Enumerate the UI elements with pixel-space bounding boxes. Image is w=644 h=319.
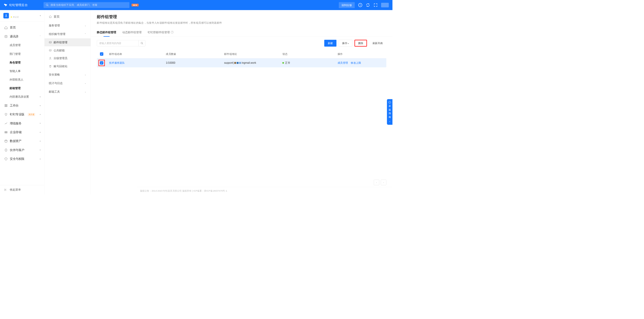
chevron-down-icon: ▾: [40, 104, 41, 107]
svg-rect-4: [6, 104, 7, 105]
delete-button[interactable]: 删除: [354, 40, 367, 47]
global-search-input[interactable]: [51, 4, 127, 7]
global-search[interactable]: [44, 2, 129, 8]
nav-member-mgmt[interactable]: 成员管理: [0, 41, 44, 50]
tab-static[interactable]: 静态邮件组管理: [97, 30, 116, 37]
refresh-button[interactable]: 刷新列表: [369, 40, 386, 46]
s2-security-policy[interactable]: 安全策略 ⌄: [45, 70, 91, 79]
chevron-down-icon: ▾: [40, 96, 41, 98]
help-icon[interactable]: ?: [358, 3, 363, 7]
chart-icon: [4, 122, 8, 125]
chevron-down-icon: ▾: [40, 158, 41, 160]
status-dot-icon: [283, 62, 284, 64]
s2-label: 首页: [54, 15, 59, 19]
fullscreen-icon[interactable]: [373, 3, 378, 7]
page-title: 邮件组管理: [97, 14, 386, 19]
chevron-down-icon: ⌄: [85, 74, 86, 76]
refresh-icon[interactable]: [366, 3, 370, 7]
svg-rect-2: [5, 36, 7, 38]
org-name: [11, 13, 38, 16]
s2-label: 安全策略: [49, 73, 60, 77]
org-selector[interactable]: 未认证 ▾: [0, 10, 44, 21]
nav-value-added[interactable]: 增值服务 ▾: [0, 119, 44, 128]
nav-smart-hr[interactable]: 智能人事: [0, 67, 44, 75]
nav-contacts[interactable]: 通讯录 ˄: [0, 32, 44, 41]
s2-label: 统计与日志: [49, 81, 63, 85]
operate-dropdown[interactable]: 操作▾: [339, 40, 352, 47]
query-box: [97, 40, 145, 46]
row-count: 1/10000: [166, 61, 224, 64]
storage-icon: [4, 131, 8, 134]
org-avatar-icon: [3, 13, 9, 18]
close-icon[interactable]: ×: [389, 120, 390, 123]
query-input[interactable]: [97, 40, 139, 46]
pager-next[interactable]: ›: [381, 180, 386, 185]
nav-storage[interactable]: 企业存储 ▾: [0, 128, 44, 137]
nav-external-contacts[interactable]: 外部联系人: [0, 75, 44, 84]
s2-label: 账号回收站: [54, 64, 67, 68]
chevron-down-icon: ▾: [348, 43, 349, 44]
tab-dingtalk-group[interactable]: 钉钉群邮件组管理 ?: [148, 30, 173, 37]
svg-rect-3: [5, 104, 6, 105]
back-to-old[interactable]: 回到旧版: [339, 2, 355, 8]
nav-dept-mgmt[interactable]: 部门管理: [0, 50, 44, 58]
s2-public-mailbox[interactable]: 公共邮箱: [45, 46, 91, 54]
nav-pro[interactable]: 钉钉专业版 未开通 ▾: [0, 110, 44, 119]
org-status: 未认证: [11, 16, 38, 18]
s2-mail-tools[interactable]: 邮箱工具 ⌄: [45, 87, 91, 96]
chevron-down-icon: ▾: [40, 14, 41, 17]
nav-internal-contacts-settings[interactable]: 内部通讯录设置 ▾: [0, 92, 44, 101]
pro-badge: 未开通: [28, 113, 35, 116]
diamond-icon: [4, 113, 8, 116]
nav-label: 企业存储: [10, 130, 21, 134]
home-icon: [49, 15, 52, 18]
s2-label: 公共邮箱: [54, 49, 65, 52]
chevron-down-icon: ▾: [40, 122, 41, 125]
nav-workbench[interactable]: 工作台 ▾: [0, 101, 44, 110]
chevron-up-icon: ⌃: [85, 33, 86, 35]
s2-org-account[interactable]: 组织账号管理 ⌃: [45, 30, 91, 38]
chevron-up-icon: ˄: [40, 36, 41, 38]
collapse-icon: [4, 188, 8, 191]
chevron-down-icon: ▾: [40, 131, 41, 133]
nav-role-mgmt[interactable]: 角色管理: [0, 58, 44, 67]
search-icon: [141, 42, 143, 45]
new-badge: NEW: [132, 4, 139, 7]
row-op-limit[interactable]: 修改上限: [351, 61, 361, 65]
create-button[interactable]: 新建: [324, 40, 337, 47]
row-checkbox[interactable]: [100, 61, 103, 64]
table-header: 邮件组名称 成员数量 邮件组地址 状态 操作: [97, 50, 386, 58]
row-name-link[interactable]: 技术服务团队: [109, 61, 125, 64]
s2-service-mgmt[interactable]: 服务管理 ⌄: [45, 21, 91, 30]
s2-account-recycle[interactable]: 账号回收站: [45, 62, 91, 70]
info-icon: [388, 101, 391, 104]
pager-prev[interactable]: ‹: [374, 180, 379, 185]
query-button[interactable]: [138, 40, 145, 46]
primary-sidebar: 未认证 ▾ 首页 通讯录 ˄ 成员管理 部门管理 角色管理 智能人事 外部联系人…: [0, 10, 45, 194]
chevron-down-icon: ⌄: [85, 24, 86, 27]
nav-security[interactable]: 安全与权限 ▾: [0, 155, 44, 163]
tab-dynamic[interactable]: 动态邮件组管理: [122, 30, 142, 37]
s2-home[interactable]: 首页: [45, 12, 91, 21]
avatar[interactable]: [381, 3, 389, 7]
nav-mail-mgmt[interactable]: 邮箱管理: [0, 84, 44, 92]
footer: 版权公告：2014-2023 钉钉及其关联公司 版权所有 | ICP备案：浙IC…: [137, 187, 392, 194]
collapse-menu[interactable]: 收起菜单: [0, 185, 44, 194]
nav-label: 增值服务: [10, 121, 21, 125]
nav-data-asset[interactable]: 数据资产 ▾: [0, 137, 44, 146]
nav-partner[interactable]: 伙伴与客户 ▾: [0, 146, 44, 154]
pager: ‹ ›: [374, 180, 386, 185]
chevron-down-icon: ▾: [40, 149, 41, 151]
row-op-member[interactable]: 成员管理: [338, 61, 348, 65]
nav-home[interactable]: 首页: [0, 23, 44, 32]
row-addr: support(ingmail.work: [224, 61, 283, 64]
brand: 钉钉管理后台: [4, 3, 44, 7]
new-version-guide[interactable]: 新 版 指 南 ×: [387, 99, 392, 125]
s2-stats-logs[interactable]: 统计与日志 ⌄: [45, 79, 91, 87]
s2-mail-group[interactable]: 邮件组管理: [45, 38, 91, 46]
help-icon[interactable]: ?: [171, 31, 174, 33]
nav-label: 钉钉专业版: [10, 113, 24, 117]
svg-point-13: [50, 57, 51, 58]
select-all-checkbox[interactable]: [100, 52, 103, 56]
s2-tier-admin[interactable]: 分级管理员: [45, 54, 91, 62]
